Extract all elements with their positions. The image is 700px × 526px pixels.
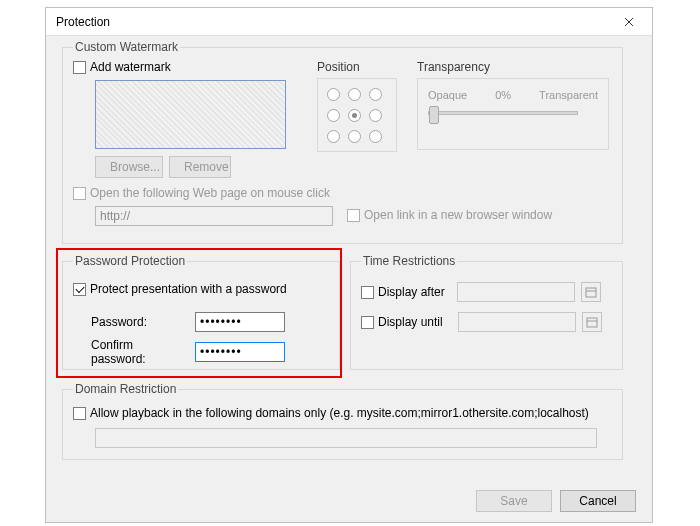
calendar-icon[interactable] (582, 312, 602, 332)
display-after-input[interactable] (457, 282, 575, 302)
domain-legend: Domain Restriction (73, 382, 178, 396)
transparency-group: Transparency Opaque 0% Transparent (417, 60, 609, 150)
protect-password-checkbox[interactable]: Protect presentation with a password (73, 282, 287, 296)
confirm-password-input[interactable] (195, 342, 285, 362)
transparency-percent: 0% (495, 89, 511, 101)
save-button[interactable]: Save (476, 490, 552, 512)
time-fieldset: Time Restrictions Display after Display … (350, 254, 623, 370)
close-button[interactable] (614, 11, 644, 33)
password-input[interactable] (195, 312, 285, 332)
display-until-input[interactable] (458, 312, 576, 332)
position-radio-grid[interactable] (324, 85, 390, 145)
domain-fieldset: Domain Restriction Allow playback in the… (62, 382, 623, 460)
browse-button[interactable]: Browse... (95, 156, 163, 178)
password-legend: Password Protection (73, 254, 187, 268)
svg-rect-2 (587, 318, 597, 327)
remove-button[interactable]: Remove (169, 156, 231, 178)
password-label: Password: (91, 315, 189, 329)
dialog-title: Protection (56, 15, 110, 29)
watermark-fieldset: Custom Watermark Add watermark Browse...… (62, 40, 623, 244)
transparent-label: Transparent (539, 89, 598, 101)
position-center-radio[interactable] (348, 109, 361, 122)
confirm-password-label: Confirm password: (91, 338, 189, 366)
display-after-checkbox[interactable]: Display after (361, 285, 445, 299)
password-fieldset: Password Protection Protect presentation… (62, 254, 340, 370)
allow-domains-checkbox[interactable]: Allow playback in the following domains … (73, 406, 589, 420)
open-webpage-checkbox[interactable]: Open the following Web page on mouse cli… (73, 186, 330, 200)
add-watermark-checkbox[interactable]: Add watermark (73, 60, 171, 74)
display-until-checkbox[interactable]: Display until (361, 315, 443, 329)
svg-rect-0 (586, 288, 596, 297)
cancel-button[interactable]: Cancel (560, 490, 636, 512)
close-icon (624, 17, 634, 27)
time-legend: Time Restrictions (361, 254, 457, 268)
transparency-label: Transparency (417, 60, 609, 74)
domains-input[interactable] (95, 428, 597, 448)
opaque-label: Opaque (428, 89, 467, 101)
transparency-slider[interactable] (428, 111, 578, 115)
calendar-icon[interactable] (581, 282, 601, 302)
protection-dialog: Protection Custom Watermark Add watermar… (45, 7, 653, 523)
titlebar: Protection (46, 8, 652, 36)
slider-thumb[interactable] (429, 106, 439, 124)
url-input[interactable] (95, 206, 333, 226)
position-label: Position (317, 60, 397, 74)
open-new-window-checkbox[interactable]: Open link in a new browser window (347, 208, 552, 222)
position-group: Position (317, 60, 397, 152)
dialog-buttons: Save Cancel (476, 490, 636, 512)
watermark-legend: Custom Watermark (73, 40, 180, 54)
watermark-preview (95, 80, 286, 149)
